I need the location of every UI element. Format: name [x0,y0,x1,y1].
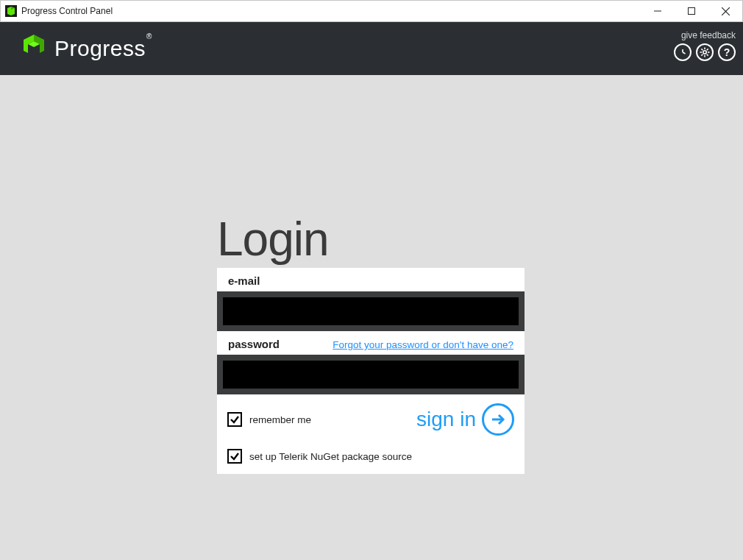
svg-line-13 [683,52,686,54]
password-input[interactable] [223,361,519,389]
remember-me-row: remember me [227,412,311,427]
email-input-wrap [217,291,525,331]
nuget-row: set up Telerik NuGet package source [227,449,514,464]
arrow-right-icon [482,403,514,436]
titlebar: Progress Control Panel [0,0,743,22]
header-right: give feedback [674,30,736,61]
svg-point-14 [703,51,706,54]
forgot-password-link[interactable]: Forgot your password or don't have one? [333,339,513,350]
clock-icon[interactable] [674,43,692,61]
password-label: password [228,338,280,350]
password-section: password Forgot your password or don't h… [217,331,525,350]
login-title: Login [217,212,525,266]
svg-line-20 [707,54,708,56]
brand-icon [21,32,47,65]
sign-in-button[interactable]: sign in [416,403,514,436]
sign-in-label: sign in [416,408,476,431]
login-bottom: remember me sign in set up Telerik [217,394,525,474]
close-button[interactable] [708,1,742,21]
minimize-button[interactable] [641,1,675,21]
nuget-checkbox[interactable] [227,449,242,464]
brand-text: Progress® [54,36,152,61]
window-controls [641,1,742,21]
svg-line-19 [701,49,703,50]
password-input-wrap [217,355,525,394]
header: Progress® give feedback [0,22,743,75]
svg-rect-4 [689,8,695,15]
titlebar-left: Progress Control Panel [5,5,113,17]
maximize-button[interactable] [675,1,708,21]
nuget-label: set up Telerik NuGet package source [249,451,412,462]
header-icons: ? [674,43,736,61]
app-icon [5,5,17,17]
remember-me-label: remember me [249,414,311,425]
svg-line-21 [707,49,708,50]
email-section: e-mail [217,268,525,287]
login-card: e-mail password Forgot your password or … [217,268,525,474]
remember-signin-row: remember me sign in [227,403,514,436]
window-title: Progress Control Panel [21,6,113,16]
gear-icon[interactable] [696,43,714,61]
login-area: Login e-mail password Forgot your passwo… [217,212,525,474]
help-icon[interactable]: ? [718,43,736,61]
email-label: e-mail [228,274,260,287]
email-input[interactable] [223,297,519,325]
feedback-link[interactable]: give feedback [681,30,736,40]
brand: Progress® [21,32,152,65]
svg-line-22 [701,54,703,56]
remember-me-checkbox[interactable] [227,412,242,427]
